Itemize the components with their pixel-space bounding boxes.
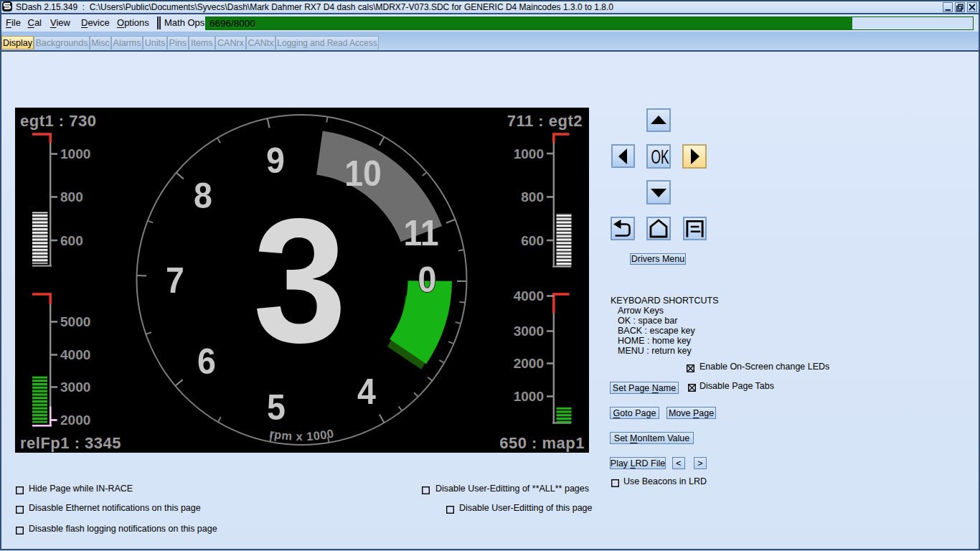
svg-text:0: 0 xyxy=(418,259,437,299)
svg-text:3: 3 xyxy=(253,181,347,379)
svg-text:8: 8 xyxy=(194,175,212,215)
svg-text:rpm x 1000: rpm x 1000 xyxy=(268,427,335,443)
svg-text:3000: 3000 xyxy=(514,324,544,339)
svg-text:relFp1 : 3345: relFp1 : 3345 xyxy=(20,434,121,452)
svg-text:9: 9 xyxy=(266,140,285,180)
svg-text:600: 600 xyxy=(521,233,544,248)
svg-text:11: 11 xyxy=(403,212,438,253)
svg-text:5: 5 xyxy=(267,387,286,427)
svg-text:800: 800 xyxy=(60,189,83,204)
svg-text:1000: 1000 xyxy=(514,389,544,404)
svg-text:4000: 4000 xyxy=(514,288,544,303)
svg-text:4: 4 xyxy=(357,371,376,411)
svg-text:1000: 1000 xyxy=(514,146,544,161)
svg-text:5000: 5000 xyxy=(60,314,90,329)
svg-text:OK: OK xyxy=(651,146,669,168)
svg-text:4000: 4000 xyxy=(60,347,90,362)
svg-text:600: 600 xyxy=(60,233,83,248)
svg-text:3000: 3000 xyxy=(60,380,90,395)
svg-text:1000: 1000 xyxy=(60,146,90,161)
svg-text:650 : map1: 650 : map1 xyxy=(499,434,585,452)
svg-text:6: 6 xyxy=(197,341,216,381)
svg-text:7: 7 xyxy=(166,260,184,300)
svg-text:10: 10 xyxy=(344,153,382,193)
svg-text:800: 800 xyxy=(521,189,544,204)
svg-text:2000: 2000 xyxy=(514,356,544,371)
svg-text:711 : egt2: 711 : egt2 xyxy=(507,112,583,130)
svg-text:egt1 : 730: egt1 : 730 xyxy=(20,112,97,130)
svg-text:2000: 2000 xyxy=(60,413,90,428)
